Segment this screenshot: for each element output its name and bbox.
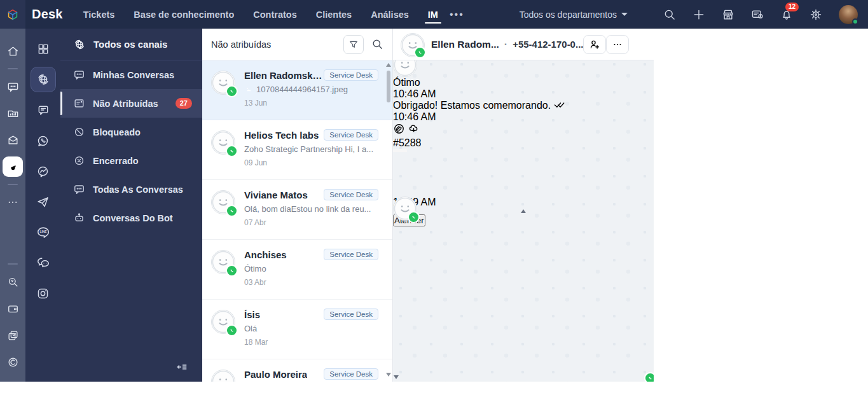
unassigned-card-icon xyxy=(73,97,85,109)
scroll-down-arrow[interactable] xyxy=(386,373,391,377)
conversation-list-item[interactable]: Anchises Service Desk Ótimo 03 Abr xyxy=(202,240,392,300)
nav-tickets[interactable]: Tickets xyxy=(83,2,115,27)
department-badge: Service Desk xyxy=(324,368,378,380)
nav-im[interactable]: IM xyxy=(428,2,438,27)
read-receipt-double-check-icon xyxy=(554,101,565,109)
im-module-icon-active[interactable] xyxy=(3,156,23,177)
ticket-reference-link[interactable]: #5288 xyxy=(393,137,654,149)
department-badge: Service Desk xyxy=(324,129,378,141)
line-channel-icon[interactable]: LINE xyxy=(31,219,56,245)
nav-items: Tickets Base de conhecimento Contratos C… xyxy=(83,2,438,27)
zoho-cube-icon xyxy=(6,8,20,22)
messenger-channel-icon[interactable] xyxy=(31,158,56,184)
globe-icon xyxy=(73,38,86,51)
modules-grid-icon[interactable] xyxy=(31,36,56,62)
user-avatar[interactable] xyxy=(839,5,858,24)
chat-module-icon[interactable] xyxy=(0,73,25,100)
scroll-up-arrow[interactable] xyxy=(521,209,526,213)
department-badge: Service Desk xyxy=(324,69,378,81)
embedded-screenshot xyxy=(393,149,654,197)
analytics-folder-icon[interactable] xyxy=(0,100,25,127)
conversation-list-item[interactable]: Ísis Service Desk Olá 18 Mar xyxy=(202,300,392,359)
wechat-channel-icon[interactable] xyxy=(31,250,56,275)
conversation-date: 09 Jun xyxy=(244,158,378,167)
settings-gear-icon[interactable] xyxy=(809,8,822,21)
nav-contracts[interactable]: Contratos xyxy=(253,2,296,27)
message-bubble: Ótimo xyxy=(393,77,654,88)
left-primary-rail xyxy=(0,29,25,382)
channel-rail: LINE xyxy=(25,29,60,382)
whatsapp-channel-badge xyxy=(408,211,420,223)
sidebar-item-my-conversations[interactable]: Minhas Conversas xyxy=(60,60,202,89)
separator-dot: · xyxy=(504,39,507,50)
chat-bubble-icon xyxy=(73,69,85,81)
online-status-dot xyxy=(852,18,858,25)
zoho-logo[interactable] xyxy=(0,0,25,29)
add-icon[interactable] xyxy=(692,8,705,21)
conversation-list-item[interactable]: Paulo Moreira Service Desk xyxy=(202,359,392,382)
notifications-bell-icon[interactable]: 12 xyxy=(780,8,793,21)
sidebar-item-blocked[interactable]: Bloqueado xyxy=(60,118,202,146)
chat-contact-name: Ellen Radom... xyxy=(431,39,499,50)
chat-scrollbar[interactable] xyxy=(393,209,654,213)
zia-search-icon[interactable] xyxy=(0,268,25,295)
feedback-icon[interactable] xyxy=(751,8,764,21)
filter-button[interactable] xyxy=(343,35,364,54)
sidebar-item-closed[interactable]: Encerrado xyxy=(60,146,202,175)
wallet-icon[interactable] xyxy=(0,295,25,322)
all-channels-globe-icon[interactable] xyxy=(31,67,56,92)
nav-knowledge-base[interactable]: Base de conhecimento xyxy=(134,2,234,27)
chevron-down-icon xyxy=(621,13,628,16)
mail-inbox-icon[interactable] xyxy=(0,127,25,153)
message-timestamp: 10:49 AM xyxy=(393,197,654,208)
image-message[interactable] xyxy=(393,149,654,197)
assign-agent-button[interactable] xyxy=(583,35,606,54)
department-selector-label: Todos os departamentos xyxy=(520,10,617,20)
list-scrollbar[interactable] xyxy=(385,62,392,379)
sidebar-item-all-conversations[interactable]: Todas As Conversas xyxy=(60,175,202,204)
more-options-button[interactable] xyxy=(606,35,629,54)
conversation-date: 07 Abr xyxy=(244,218,378,227)
chat-footer: Atender xyxy=(393,214,654,226)
conversation-list-item[interactable]: Viviane Matos Service Desk Olá, bom diaE… xyxy=(202,180,392,240)
messaging-channel-icon[interactable] xyxy=(31,97,56,123)
list-search-icon[interactable] xyxy=(371,38,383,50)
nav-right-cluster: Todos os departamentos 12 xyxy=(520,5,868,24)
sidebar-item-all-channels[interactable]: Todos os canais xyxy=(60,29,202,60)
scroll-down-arrow[interactable] xyxy=(394,375,399,379)
nav-analytics[interactable]: Análises xyxy=(371,2,409,27)
sidebar-collapse-icon[interactable] xyxy=(60,361,202,382)
message-actions xyxy=(393,123,654,137)
whatsapp-channel-icon[interactable] xyxy=(31,128,56,153)
message-preview: Olá xyxy=(244,324,378,333)
more-modules-icon[interactable] xyxy=(0,189,25,216)
nav-more-menu[interactable]: ••• xyxy=(450,9,464,20)
chat-header: Ellen Radom... · +55-412-170-0... xyxy=(393,29,654,60)
department-badge: Service Desk xyxy=(324,308,378,320)
contact-avatar xyxy=(211,71,235,95)
chat-bubble-icon xyxy=(73,183,85,195)
download-icon[interactable] xyxy=(408,123,420,135)
conversation-list-item[interactable]: Ellen Radomski ... Service Desk 10708444… xyxy=(202,60,392,120)
search-icon[interactable] xyxy=(663,8,676,21)
scrollbar-thumb[interactable] xyxy=(387,71,390,102)
list-title: Não atribuídas xyxy=(211,39,271,50)
contact-avatar xyxy=(211,250,235,274)
contact-name: Anchises xyxy=(244,249,287,260)
coin-icon[interactable] xyxy=(0,349,25,375)
sidebar-item-bot-conversations[interactable]: Conversas Do Bot xyxy=(60,204,202,232)
scroll-up-arrow[interactable] xyxy=(386,63,391,67)
attach-to-ticket-icon[interactable] xyxy=(393,123,405,135)
conversation-list-item[interactable]: Helios Tech labs Service Desk Zoho Strat… xyxy=(202,120,392,180)
nav-clients[interactable]: Clientes xyxy=(316,2,352,27)
tags-icon[interactable] xyxy=(0,322,25,349)
sidebar-item-unassigned[interactable]: Não Atribuídas 27 xyxy=(60,89,202,118)
contact-name: Paulo Moreira xyxy=(244,369,307,380)
telegram-channel-icon[interactable] xyxy=(31,189,56,214)
instagram-channel-icon[interactable] xyxy=(31,281,56,306)
conversations-sidebar: Todos os canais Minhas Conversas Não Atr… xyxy=(60,29,202,382)
marketplace-icon[interactable] xyxy=(722,8,734,21)
department-selector[interactable]: Todos os departamentos xyxy=(520,10,628,20)
home-icon[interactable] xyxy=(0,38,25,64)
contact-avatar xyxy=(393,197,417,221)
